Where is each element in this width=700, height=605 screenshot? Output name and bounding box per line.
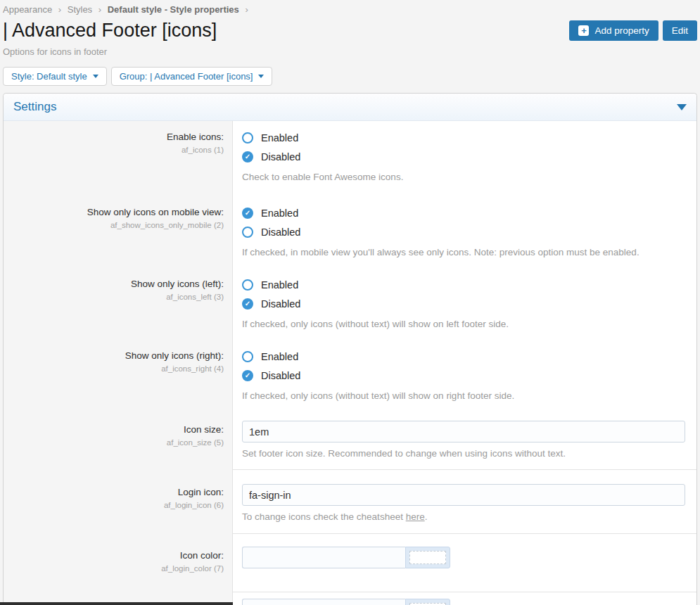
radio-disabled[interactable]: Disabled [242, 222, 685, 241]
radio-label: Disabled [261, 298, 300, 310]
add-property-button[interactable]: + Add property [569, 20, 658, 41]
radio-enabled[interactable]: Enabled [242, 203, 685, 222]
setting-key: af_icons_right (4) [11, 364, 224, 373]
setting-value-cell: Enabled Disabled Check to enable Font Aw… [233, 121, 696, 196]
bottom-edge-bar [0, 602, 233, 605]
caret-down-icon [93, 75, 98, 78]
header-actions: + Add property Edit [569, 20, 697, 41]
icon-color-input[interactable] [242, 547, 405, 568]
settings-panel-header[interactable]: Settings [4, 94, 696, 121]
setting-hint: If checked, in mobile view you'll always… [242, 246, 685, 258]
caret-down-icon [258, 75, 264, 78]
hint-text: . [425, 511, 428, 522]
setting-label: Login icon: [11, 486, 224, 498]
setting-label: Enable icons: [11, 131, 224, 143]
setting-key: af_icon_size (5) [11, 438, 224, 447]
setting-hint: To change icons check the cheatsheet her… [242, 511, 685, 523]
setting-key: af_login_color (7) [11, 564, 224, 573]
settings-panel: Settings Enable icons: af_icons (1) Enab… [3, 93, 697, 605]
radio-label: Disabled [261, 151, 300, 163]
radio-icon[interactable] [242, 351, 253, 362]
radio-disabled[interactable]: Disabled [242, 147, 685, 166]
page-header: | Advanced Footer [icons] + Add property… [3, 20, 697, 41]
color-swatch-preview [409, 551, 446, 564]
setting-row-icons-right: Show only icons (right): af_icons_right … [4, 340, 696, 412]
setting-value-cell: Set footer icon size. Recommended to cha… [233, 412, 696, 469]
radio-enabled[interactable]: Enabled [242, 347, 685, 366]
radio-label: Disabled [261, 227, 300, 238]
setting-hint: Set footer icon size. Recommended to cha… [242, 447, 685, 459]
plus-icon: + [578, 25, 589, 36]
breadcrumb-separator-icon: › [58, 4, 61, 15]
breadcrumb-appearance[interactable]: Appearance [3, 4, 52, 15]
page-subtitle: Options for icons in footer [3, 46, 697, 57]
radio-icon[interactable] [242, 151, 253, 163]
collapse-arrow-icon[interactable] [677, 104, 687, 110]
add-property-label: Add property [594, 25, 649, 36]
hint-text: To change icons check the cheatsheet [242, 511, 406, 522]
style-dropdown[interactable]: Style: Default style [3, 67, 107, 86]
page: Appearance › Styles › Default style - St… [3, 0, 697, 605]
radio-disabled[interactable]: Disabled [242, 366, 685, 385]
group-dropdown-label: Group: | Advanced Footer [icons] [120, 71, 253, 82]
setting-label: Show only icons (left): [11, 278, 224, 290]
breadcrumb-separator-icon: › [245, 4, 248, 15]
setting-label-cell: Show only icons (left): af_icons_left (3… [4, 268, 233, 340]
setting-key: af_login_icon (6) [11, 501, 224, 509]
color-picker-combo [242, 599, 450, 605]
radio-icon[interactable] [242, 298, 253, 310]
setting-value-cell [233, 533, 696, 592]
icon-color-hover-input[interactable] [242, 599, 405, 605]
setting-key: af_icons (1) [11, 146, 224, 154]
setting-value-cell: Enabled Disabled If checked, only icons … [233, 268, 696, 340]
setting-label-cell: Show only icons on mobile view: af_show_… [4, 196, 233, 268]
radio-enabled[interactable]: Enabled [242, 275, 685, 294]
icon-size-input[interactable] [242, 421, 685, 442]
radio-label: Enabled [261, 208, 298, 219]
page-title: | Advanced Footer [icons] [3, 20, 569, 41]
setting-row-show-icons-mobile: Show only icons on mobile view: af_show_… [4, 196, 696, 268]
setting-label-cell: Icon color: af_login_color (7) [4, 533, 233, 592]
group-dropdown[interactable]: Group: | Advanced Footer [icons] [111, 67, 273, 86]
setting-label: Icon size: [11, 424, 224, 435]
radio-label: Enabled [261, 132, 298, 144]
setting-label: Show only icons (right): [11, 350, 224, 362]
setting-key: af_icons_left (3) [11, 293, 224, 301]
color-swatch-button[interactable] [405, 599, 450, 605]
setting-value-cell: Enabled Disabled If checked, in mobile v… [233, 196, 696, 268]
setting-row-icons-left: Show only icons (left): af_icons_left (3… [4, 268, 696, 340]
radio-label: Enabled [261, 351, 298, 362]
setting-hint: If checked, only icons (without text) wi… [242, 318, 685, 330]
radio-icon[interactable] [242, 279, 253, 291]
breadcrumb: Appearance › Styles › Default style - St… [3, 0, 697, 15]
setting-value-cell: To change icons check the cheatsheet her… [233, 469, 696, 533]
radio-icon[interactable] [242, 227, 253, 238]
login-icon-input[interactable] [242, 484, 685, 506]
setting-label: Show only icons on mobile view: [11, 206, 224, 218]
setting-row-icon-color: Icon color: af_login_color (7) [4, 533, 696, 592]
radio-icon[interactable] [242, 370, 253, 381]
radio-disabled[interactable]: Disabled [242, 294, 685, 313]
setting-hint: If checked, only icons (without text) wi… [242, 390, 685, 402]
breadcrumb-separator-icon: › [98, 4, 101, 15]
cheatsheet-link[interactable]: here [406, 511, 425, 522]
edit-button[interactable]: Edit [663, 20, 697, 41]
breadcrumb-styles[interactable]: Styles [68, 4, 92, 15]
breadcrumb-style-properties[interactable]: Default style - Style properties [108, 4, 239, 15]
setting-row-login-icon: Login icon: af_login_icon (6) To change … [4, 469, 696, 533]
setting-hint: Check to enable Font Awesome icons. [242, 171, 685, 183]
radio-icon[interactable] [242, 208, 253, 219]
radio-label: Disabled [261, 370, 300, 381]
color-picker-combo [242, 547, 450, 568]
radio-icon[interactable] [242, 132, 253, 144]
setting-label-cell: Icon size: af_icon_size (5) [4, 412, 233, 469]
radio-label: Enabled [261, 279, 298, 291]
setting-label-cell: Enable icons: af_icons (1) [4, 121, 233, 196]
setting-label-cell: Login icon: af_login_icon (6) [4, 469, 233, 533]
setting-value-cell: Enabled Disabled If checked, only icons … [233, 340, 696, 412]
color-swatch-button[interactable] [405, 547, 450, 568]
style-dropdown-label: Style: Default style [11, 71, 87, 82]
radio-enabled[interactable]: Enabled [242, 128, 685, 147]
filter-bar: Style: Default style Group: | Advanced F… [3, 67, 697, 86]
setting-label: Icon color: [11, 549, 224, 561]
